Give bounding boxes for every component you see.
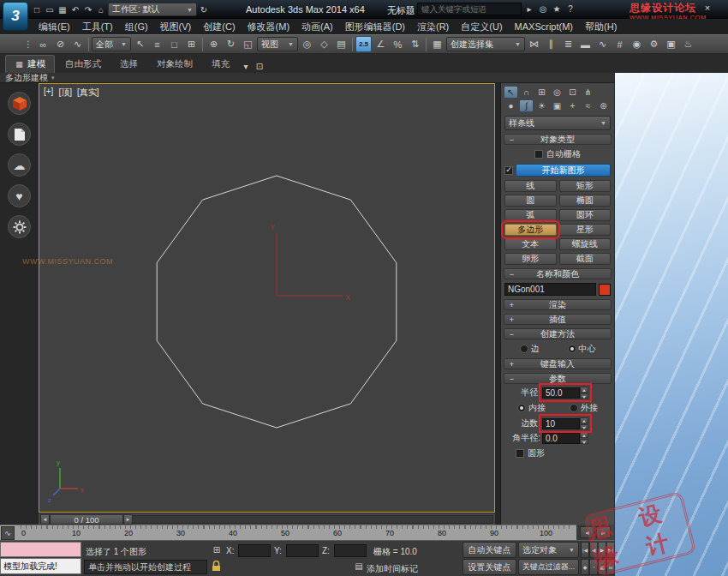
ribbon-tab-freeform[interactable]: 自由形式 xyxy=(57,56,110,73)
start-new-shape-checkbox[interactable]: ✓ xyxy=(504,166,513,175)
category-cameras-icon[interactable]: ▣ xyxy=(550,99,564,112)
max-project-cube-icon[interactable] xyxy=(8,92,31,115)
undo-icon[interactable]: ↶ xyxy=(69,3,81,16)
sides-field[interactable]: 10 xyxy=(542,418,580,429)
viewport-canvas[interactable]: Y X y x z xyxy=(39,84,494,512)
category-spacewarps-icon[interactable]: ≈ xyxy=(581,99,595,112)
transform-x-field[interactable] xyxy=(238,544,271,557)
gear-icon[interactable] xyxy=(8,215,31,238)
previous-frame-icon[interactable]: ◄ xyxy=(40,514,50,525)
text-button[interactable]: 文本 xyxy=(504,238,557,250)
category-lights-icon[interactable]: ☀ xyxy=(534,99,549,112)
category-geometry-icon[interactable]: ● xyxy=(504,99,518,112)
application-menu-button[interactable]: 3 xyxy=(3,2,28,31)
mini-curve-editor-icon[interactable]: ∿ xyxy=(1,526,15,540)
maxscript-macro-recorder[interactable] xyxy=(0,542,81,557)
set-key-button[interactable]: 设置关键点 xyxy=(462,559,516,575)
top-viewport[interactable]: [+] [顶] [真实] Y X y x z xyxy=(39,83,495,513)
rollout-name-color[interactable]: − 名称和颜色 xyxy=(504,268,612,279)
workspace-dropdown[interactable]: 工作区: 默认 ▼ xyxy=(108,3,197,16)
percent-snap-icon[interactable]: % xyxy=(390,36,406,52)
inscribed-radio[interactable]: 内接 xyxy=(517,402,546,414)
redo-icon[interactable]: ↷ xyxy=(82,3,94,16)
select-by-name-icon[interactable]: ≡ xyxy=(149,36,165,52)
toolbar-handle-icon[interactable]: ⋮ xyxy=(22,38,34,51)
donut-button[interactable]: 圆环 xyxy=(559,209,612,221)
transform-z-field[interactable] xyxy=(334,544,367,557)
project-folder-icon[interactable]: ⌂ xyxy=(95,3,107,16)
sides-spinner[interactable] xyxy=(580,417,588,429)
ribbon-minimize-icon[interactable]: ▾ xyxy=(240,60,252,73)
search-input[interactable] xyxy=(417,3,522,15)
material-editor-icon[interactable]: ◉ xyxy=(629,36,645,52)
rendered-frame-icon[interactable]: ▣ xyxy=(663,36,679,52)
viewport-pov-menu[interactable]: [顶] xyxy=(58,87,72,99)
object-name-field[interactable]: NGon001 xyxy=(504,283,596,296)
reset-workspace-icon[interactable]: ↻ xyxy=(198,3,210,16)
render-production-icon[interactable]: ♨ xyxy=(680,36,696,52)
menu-rendering[interactable]: 渲染(R) xyxy=(411,21,455,33)
egg-button[interactable]: 卵形 xyxy=(504,253,557,265)
category-helpers-icon[interactable]: + xyxy=(565,99,580,112)
time-slider[interactable]: ◄ 0 / 100 ► xyxy=(39,513,495,525)
viewport-general-menu[interactable]: [+] xyxy=(44,87,53,99)
reference-coordinate-dropdown[interactable]: 视图 ▼ xyxy=(257,37,298,51)
menu-tools[interactable]: 工具(T) xyxy=(76,21,119,33)
creation-center-radio[interactable]: 中心 xyxy=(568,343,596,355)
maxscript-listener[interactable]: 模型加载完成! xyxy=(0,558,81,574)
curve-editor-icon[interactable]: ∿ xyxy=(594,36,611,52)
ribbon-toggle-icon[interactable]: ▬ xyxy=(577,36,594,52)
select-and-link-icon[interactable]: ∞ xyxy=(35,36,51,52)
mirror-icon[interactable]: ⋈ xyxy=(526,36,542,52)
layer-manager-icon[interactable]: ≣ xyxy=(560,36,576,52)
object-color-swatch[interactable] xyxy=(599,284,611,296)
next-frame-icon[interactable]: ► xyxy=(123,514,133,525)
document-icon[interactable] xyxy=(8,123,31,146)
tab-hierarchy[interactable]: ⊞ xyxy=(534,86,549,99)
circle-button[interactable]: 圆 xyxy=(504,195,557,207)
close-window-icon[interactable]: × xyxy=(701,2,714,14)
new-scene-icon[interactable]: □ xyxy=(31,3,43,16)
select-and-manipulate-icon[interactable]: ◇ xyxy=(316,36,332,52)
circular-checkbox[interactable] xyxy=(516,449,524,458)
render-setup-icon[interactable]: ⚙ xyxy=(646,36,662,52)
menu-maxscript[interactable]: MAXScript(M) xyxy=(509,21,579,32)
rollout-creation-method[interactable]: − 创建方法 xyxy=(504,328,612,339)
time-slider-handle[interactable]: ◄ 0 / 100 ► xyxy=(40,514,133,525)
rollout-keyboard-entry[interactable]: + 键盘输入 xyxy=(504,358,612,369)
window-crossing-icon[interactable]: ⊞ xyxy=(183,36,200,52)
circumscribed-radio[interactable]: 外接 xyxy=(570,402,598,414)
menu-help[interactable]: 帮助(H) xyxy=(579,21,623,33)
polygon-modeling-panel-tab[interactable]: 多边形建模 xyxy=(5,72,48,84)
section-button[interactable]: 截面 xyxy=(559,253,612,265)
search-icon[interactable]: ▸ xyxy=(523,3,535,15)
menu-create[interactable]: 创建(C) xyxy=(197,21,241,33)
shape-category-dropdown[interactable]: 样条线 ▼ xyxy=(504,116,611,130)
viewport-shading-menu[interactable]: [真实] xyxy=(77,87,99,99)
tab-display[interactable]: ⊡ xyxy=(565,86,580,99)
edit-named-sets-icon[interactable]: ▦ xyxy=(429,36,445,52)
rollout-rendering[interactable]: + 渲染 xyxy=(504,299,612,310)
communication-center-icon[interactable]: ◎ xyxy=(537,3,549,15)
open-file-icon[interactable]: ▭ xyxy=(44,3,56,16)
tab-motion[interactable]: ◎ xyxy=(550,86,564,99)
selection-filter-dropdown[interactable]: 全部 ▼ xyxy=(92,37,131,51)
track-bar[interactable]: ∿ 0 10 20 30 40 50 60 70 80 90 100 xyxy=(0,525,576,540)
radius-spinner[interactable] xyxy=(580,387,588,399)
tab-modify[interactable]: ∩ xyxy=(519,86,534,99)
schematic-view-icon[interactable]: # xyxy=(612,36,628,52)
rollout-interpolation[interactable]: + 插值 xyxy=(504,314,612,325)
snap-toggle-icon[interactable]: 2.5 xyxy=(355,36,372,52)
ellipse-button[interactable]: 椭圆 xyxy=(559,195,612,207)
autogrid-checkbox[interactable] xyxy=(534,150,543,159)
key-scope-dropdown[interactable]: 选定对象 ▼ xyxy=(518,542,579,558)
star-button[interactable]: 星形 xyxy=(559,224,612,236)
select-object-icon[interactable]: ↖ xyxy=(132,36,148,52)
menu-modifiers[interactable]: 修改器(M) xyxy=(242,21,296,33)
favorites-icon[interactable]: ★ xyxy=(551,3,563,15)
select-and-rotate-icon[interactable]: ↻ xyxy=(223,36,239,52)
menu-group[interactable]: 组(G) xyxy=(119,21,154,33)
heart-icon[interactable]: ♥ xyxy=(8,184,31,207)
angle-snap-icon[interactable]: ∠ xyxy=(373,36,389,52)
unlink-selection-icon[interactable]: ⊘ xyxy=(52,36,69,52)
